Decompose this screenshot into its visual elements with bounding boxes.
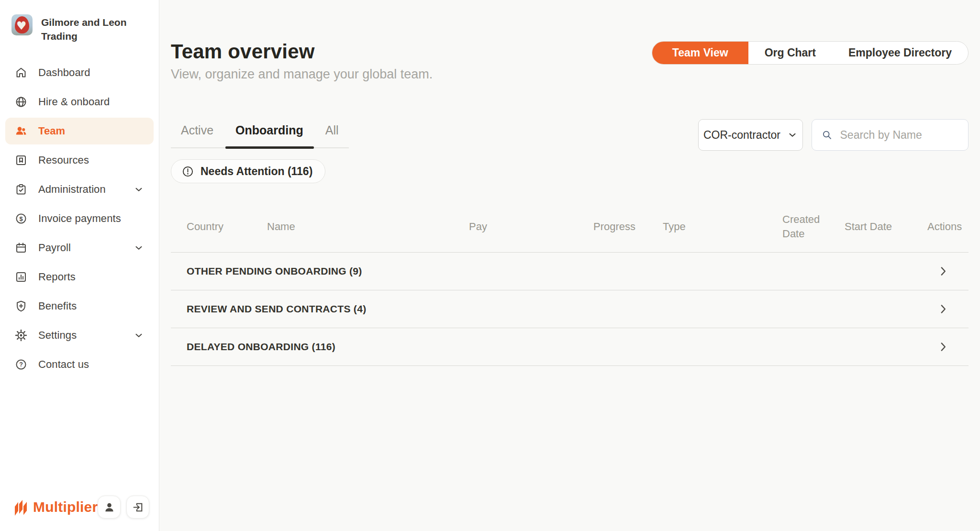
brand-name: Multiplier [33, 499, 98, 515]
onboarding-table: Country Name Pay Progress Type Created D… [171, 201, 969, 366]
team-icon [15, 125, 27, 137]
person-icon [103, 501, 115, 513]
chevron-right-icon [937, 341, 949, 353]
view-switcher-employee-directory[interactable]: Employee Directory [832, 42, 968, 64]
contract-type-value: COR-contractor [703, 129, 780, 142]
company-avatar: ♥ [11, 14, 33, 35]
sidebar-nav: Dashboard Hire & onboard Team Resources … [0, 55, 159, 380]
shield-plus-icon [15, 300, 27, 312]
calendar-icon [15, 242, 27, 254]
sidebar-item-label: Settings [38, 329, 77, 342]
sidebar-item-payroll[interactable]: Payroll [5, 234, 154, 261]
tab-active[interactable]: Active [181, 123, 213, 147]
column-header-pay: Pay [469, 220, 593, 234]
sidebar-item-label: Benefits [38, 300, 77, 312]
column-header-progress: Progress [593, 220, 663, 234]
sidebar-item-administration[interactable]: Administration [5, 176, 154, 203]
home-icon [15, 66, 27, 79]
multiplier-logo-icon [13, 498, 29, 517]
column-header-type: Type [663, 220, 782, 234]
company-switcher[interactable]: ♥ Gilmore and Leon Trading [0, 0, 159, 55]
page-header: Team overview View, organize and manage … [171, 40, 433, 82]
column-header-actions: Actions [927, 220, 969, 234]
sidebar-item-label: Dashboard [38, 66, 90, 79]
view-switcher-org-chart[interactable]: Org Chart [748, 42, 832, 64]
sidebar-item-label: Reports [38, 271, 76, 283]
section-label: REVIEW AND SEND CONTRACTS (4) [187, 303, 366, 315]
sidebar: ♥ Gilmore and Leon Trading Dashboard Hir… [0, 0, 159, 531]
search-input[interactable] [840, 129, 959, 142]
table-header: Country Name Pay Progress Type Created D… [171, 201, 969, 253]
section-label: OTHER PENDING ONBOARDING (9) [187, 266, 362, 277]
alert-icon [182, 166, 194, 177]
search-box [812, 119, 969, 151]
profile-button[interactable] [98, 496, 121, 519]
sidebar-item-label: Team [38, 125, 65, 137]
company-name: Gilmore and Leon Trading [41, 14, 149, 43]
svg-text:$: $ [19, 215, 23, 222]
needs-attention-filter[interactable]: Needs Attention (116) [171, 159, 325, 183]
resources-icon [15, 154, 27, 166]
sidebar-item-label: Resources [38, 154, 89, 166]
section-label: DELAYED ONBOARDING (116) [187, 341, 335, 353]
sidebar-item-label: Contact us [38, 358, 89, 371]
chevron-right-icon [937, 303, 949, 315]
tab-onboarding[interactable]: Onboarding [235, 123, 303, 147]
column-header-name: Name [267, 220, 469, 234]
sidebar-footer: Multiplier [0, 496, 159, 531]
sidebar-item-label: Invoice payments [38, 212, 121, 225]
sidebar-item-resources[interactable]: Resources [5, 147, 154, 174]
chevron-down-icon [787, 130, 798, 140]
bar-chart-icon [15, 271, 27, 283]
gear-icon [15, 329, 27, 342]
status-tabs: Active Onboarding All [171, 119, 349, 148]
sidebar-item-team[interactable]: Team [5, 118, 154, 144]
avatar-heart-shape: ♥ [16, 20, 27, 32]
column-header-start-date: Start Date [845, 220, 927, 234]
column-header-country: Country [187, 220, 267, 234]
svg-text:?: ? [19, 361, 23, 368]
search-icon [822, 129, 833, 141]
needs-attention-label: Needs Attention (116) [200, 165, 312, 178]
help-icon: ? [15, 358, 27, 371]
sidebar-item-benefits[interactable]: Benefits [5, 293, 154, 320]
sidebar-item-reports[interactable]: Reports [5, 264, 154, 290]
sidebar-item-label: Payroll [38, 242, 71, 254]
filter-bar: COR-contractor [698, 119, 969, 151]
sidebar-item-label: Hire & onboard [38, 96, 110, 108]
sidebar-item-hire-onboard[interactable]: Hire & onboard [5, 88, 154, 115]
dollar-circle-icon: $ [15, 212, 27, 225]
tab-all[interactable]: All [325, 123, 339, 147]
contract-type-dropdown[interactable]: COR-contractor [698, 119, 803, 151]
page-subtitle: View, organize and manage your global te… [171, 67, 433, 82]
section-row-delayed-onboarding[interactable]: DELAYED ONBOARDING (116) [171, 328, 969, 366]
main-content: Team overview View, organize and manage … [159, 0, 980, 531]
column-header-created-date: Created Date [782, 212, 845, 241]
sidebar-item-invoice-payments[interactable]: $ Invoice payments [5, 205, 154, 232]
section-row-review-and-send-contracts[interactable]: REVIEW AND SEND CONTRACTS (4) [171, 290, 969, 328]
page-title: Team overview [171, 40, 433, 63]
sidebar-item-dashboard[interactable]: Dashboard [5, 59, 154, 86]
chevron-down-icon [134, 243, 144, 253]
chevron-right-icon [937, 265, 949, 277]
logout-button[interactable] [126, 496, 149, 519]
sidebar-item-label: Administration [38, 183, 106, 196]
sidebar-item-contact-us[interactable]: ? Contact us [5, 351, 154, 378]
section-row-other-pending-onboarding[interactable]: OTHER PENDING ONBOARDING (9) [171, 253, 969, 290]
sidebar-item-settings[interactable]: Settings [5, 322, 154, 349]
view-switcher-team-view[interactable]: Team View [652, 42, 748, 64]
chevron-down-icon [134, 184, 144, 195]
view-switcher: Team View Org Chart Employee Directory [652, 41, 969, 65]
multiplier-logo: Multiplier [13, 498, 98, 517]
globe-icon [15, 96, 27, 108]
clipboard-check-icon [15, 183, 27, 196]
chevron-down-icon [134, 330, 144, 341]
logout-icon [132, 501, 144, 513]
